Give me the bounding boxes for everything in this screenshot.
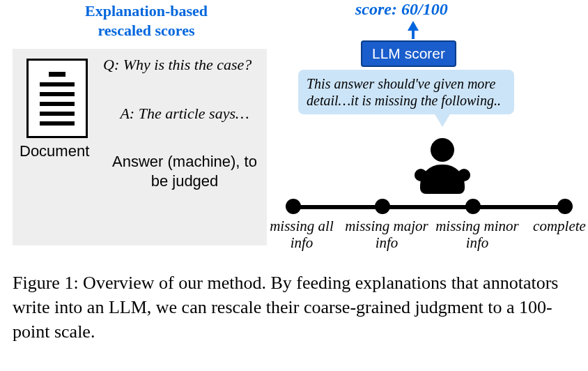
scale-tick-3: [465, 199, 481, 214]
person-icon: [420, 138, 465, 194]
question-text: Q: Why is this the case?: [103, 56, 263, 74]
document-icon: [26, 59, 88, 138]
scale-axis: [291, 205, 569, 209]
figure-caption: Figure 1: Overview of our method. By fee…: [13, 271, 575, 344]
figure-title: Explanation-based rescaled scores: [66, 1, 226, 40]
scale-label-4: complete: [525, 218, 588, 234]
scale-tick-4: [557, 199, 573, 214]
scale-label-2: missing major info: [341, 218, 432, 251]
score-output: score: 60/100: [355, 0, 448, 19]
document-label: Document: [20, 142, 89, 160]
speech-bubble: This answer should've given more detail……: [298, 70, 514, 114]
scale-tick-1: [286, 199, 301, 214]
answer-label: Answer (machine), to be judged: [111, 152, 258, 190]
answer-text-short: A: The article says…: [115, 105, 254, 123]
scale-label-1: missing all info: [267, 218, 336, 251]
scale-label-3: missing minor info: [432, 218, 523, 251]
arrow-up-icon: [408, 21, 419, 31]
llm-scorer-box: LLM scorer: [361, 40, 456, 67]
figure-container: Explanation-based rescaled scores Docume…: [0, 0, 588, 6]
scale-tick-2: [375, 199, 390, 214]
